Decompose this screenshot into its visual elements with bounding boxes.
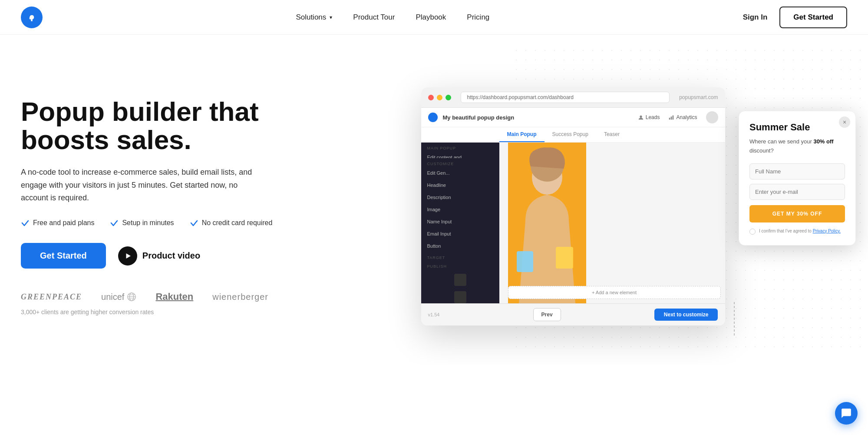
logo-icon [26, 11, 38, 23]
prev-button[interactable]: Prev [533, 308, 561, 321]
sidebar-section-label-customize: Customize [421, 158, 499, 167]
brand-unicef: unicef [101, 292, 136, 302]
app-design-name: My beautiful popup design [443, 114, 633, 121]
client-count: 3,000+ clients are getting higher conver… [21, 309, 273, 315]
sidebar-section-label-target: Target [421, 252, 499, 261]
app-sidebar: Main Popup Edit content and... Customize… [421, 143, 499, 303]
nav-pricing[interactable]: Pricing [467, 13, 489, 22]
play-icon [118, 246, 137, 266]
svg-rect-13 [556, 247, 573, 269]
popup-full-name-input[interactable] [749, 163, 845, 179]
popup-card-description: Where can we send your 30% off discount? [749, 137, 845, 156]
sign-in-button[interactable]: Sign In [743, 13, 768, 22]
privacy-checkbox[interactable] [749, 229, 756, 235]
check-setup-label: Setup in minutes [122, 219, 174, 227]
app-content-area: Main Popup Edit content and... Customize… [421, 143, 725, 303]
get-started-nav-button[interactable]: Get Started [779, 7, 847, 28]
dot-yellow [437, 95, 442, 100]
app-nav-right: Leads Analytics [638, 111, 718, 123]
check-plans: Free and paid plans [21, 219, 94, 227]
add-element-button[interactable]: + Add a new element [508, 286, 721, 299]
svg-marker-1 [126, 253, 131, 259]
logo[interactable] [21, 7, 43, 28]
brand-greenpeace: GREENPEACE [21, 292, 82, 302]
popup-desc-text: Where can we send your [749, 138, 813, 145]
sidebar-name-input[interactable]: Name Input [421, 216, 499, 228]
analytics-nav-item[interactable]: Analytics [668, 114, 697, 120]
nav-links: Solutions ▾ Product Tour Playbook Pricin… [296, 13, 489, 22]
person-silhouette-icon [508, 143, 586, 303]
popup-desc-end: discount? [749, 147, 774, 154]
tab-teaser[interactable]: Teaser [596, 127, 627, 142]
sidebar-email-input[interactable]: Email Input [421, 228, 499, 240]
check-credit-icon [190, 219, 198, 227]
browser-chrome-bar: https://dashboard.popupsmart.com/dashboa… [421, 87, 725, 108]
sidebar-headline[interactable]: Headline [421, 179, 499, 191]
nav-solutions[interactable]: Solutions [296, 13, 326, 22]
account-avatar[interactable] [706, 111, 718, 123]
dot-green [446, 95, 451, 100]
popup-card-title: Summer Sale [749, 122, 845, 133]
sidebar-section-label-main: Main Popup [421, 143, 499, 151]
check-setup: Setup in minutes [110, 219, 174, 227]
brand-logos: GREENPEACE unicef Rakuten wienerberger [21, 291, 273, 302]
svg-rect-8 [669, 118, 670, 120]
sidebar-description[interactable]: Description [421, 191, 499, 203]
solutions-chevron-icon: ▾ [330, 14, 332, 20]
popup-email-input[interactable] [749, 184, 845, 200]
check-plans-label: Free and paid plans [33, 219, 94, 227]
tab-main-popup[interactable]: Main Popup [499, 127, 545, 142]
get-started-hero-button[interactable]: Get Started [21, 243, 106, 269]
hero-buttons: Get Started Product video [21, 243, 273, 269]
nav-actions: Sign In Get Started [743, 7, 847, 28]
nav-playbook[interactable]: Playbook [416, 13, 446, 22]
svg-rect-14 [517, 251, 533, 272]
sidebar-settings-icon[interactable] [454, 291, 466, 303]
hero-right: https://dashboard.popupsmart.com/dashboa… [299, 67, 847, 345]
navbar: Solutions ▾ Product Tour Playbook Pricin… [0, 0, 868, 35]
product-video-button[interactable]: Product video [118, 246, 200, 266]
browser-url-bar[interactable]: https://dashboard.popupsmart.com/dashboa… [461, 92, 670, 103]
popup-discount: 30% off [813, 138, 833, 145]
browser-window: https://dashboard.popupsmart.com/dashboa… [421, 87, 725, 325]
popup-close-button[interactable]: × [839, 116, 850, 128]
svg-rect-10 [673, 116, 674, 120]
unicef-globe-icon [127, 292, 136, 302]
sidebar-button[interactable]: Button [421, 240, 499, 252]
popup-privacy-text: I confirm that I've agreed to Privacy Po… [759, 228, 841, 234]
sidebar-icon-buttons [421, 269, 499, 308]
browser-dots [428, 95, 451, 100]
brand-rakuten: Rakuten [155, 291, 193, 302]
next-button[interactable]: Next to customize [654, 309, 718, 321]
leads-icon [638, 114, 644, 120]
hero-checks: Free and paid plans Setup in minutes No … [21, 219, 273, 227]
browser-tabs: Main Popup Success Popup Teaser [421, 127, 725, 143]
video-label: Product video [142, 251, 200, 261]
hero-section: Popup builder that boosts sales. A no-co… [0, 35, 868, 365]
sidebar-section-label-publish: Publish [421, 261, 499, 269]
app-logo-small [428, 113, 438, 122]
svg-point-7 [640, 116, 642, 118]
sidebar-edit-content[interactable]: Edit content and... [421, 151, 499, 158]
person-preview [508, 143, 586, 303]
dot-red [428, 95, 434, 100]
sidebar-layers-icon[interactable] [454, 274, 466, 286]
check-credit-label: No credit card required [202, 219, 273, 227]
hero-subtitle: A no-code tool to increase e-commerce sa… [21, 166, 264, 205]
sidebar-image[interactable]: Image [421, 203, 499, 216]
brand-unicef-label: unicef [101, 292, 124, 302]
app-preview-area: + Add a new element [499, 143, 725, 303]
tab-success-popup[interactable]: Success Popup [545, 127, 596, 142]
popup-cta-button[interactable]: GET MY 30% OFF [749, 205, 845, 222]
sidebar-edit-gen[interactable]: Edit Gen... [421, 167, 499, 179]
play-triangle-icon [124, 252, 132, 260]
nav-product-tour[interactable]: Product Tour [353, 13, 395, 22]
popup-privacy-link[interactable]: Privacy Policy. [813, 229, 841, 233]
hero-title: Popup builder that boosts sales. [21, 97, 273, 154]
leads-nav-item[interactable]: Leads [638, 114, 660, 120]
version-label: v1.54 [428, 312, 440, 317]
check-plans-icon [21, 219, 30, 227]
browser-site-label: popupsmart.com [679, 94, 718, 100]
check-setup-icon [110, 219, 119, 227]
popup-card: × Summer Sale Where can we send your 30%… [739, 111, 856, 246]
